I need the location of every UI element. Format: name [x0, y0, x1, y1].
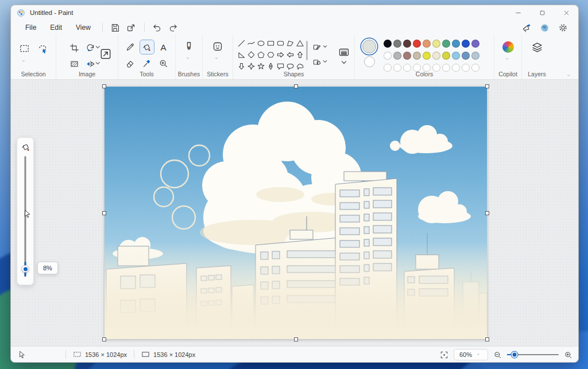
color-swatch[interactable]	[403, 52, 411, 60]
canvas-handle-bottom-middle[interactable]	[294, 337, 298, 341]
titlebar[interactable]: Untitled - Paint	[11, 5, 578, 20]
color-swatch[interactable]	[462, 40, 470, 48]
shape-right-triangle[interactable]	[237, 51, 246, 59]
shape-pentagon[interactable]	[257, 51, 265, 59]
undo-button[interactable]	[150, 21, 165, 34]
layers-button[interactable]	[531, 41, 543, 53]
shape-speech-rectangle[interactable]	[276, 62, 285, 71]
shape-speech-cloud[interactable]	[296, 62, 304, 71]
shape-fill-button[interactable]	[311, 57, 323, 67]
color-swatch[interactable]	[442, 52, 450, 60]
color-swatch[interactable]	[384, 40, 392, 48]
shape-line[interactable]	[237, 39, 246, 48]
shapes-scrollbar[interactable]	[306, 41, 308, 60]
color-swatch[interactable]	[413, 40, 421, 48]
menu-file[interactable]: File	[19, 22, 42, 33]
share-button[interactable]	[124, 21, 139, 34]
shape-outline-button[interactable]	[311, 42, 323, 52]
feedback-megaphone-icon[interactable]	[519, 21, 533, 34]
shape-arrow-up[interactable]	[296, 51, 304, 59]
zoom-level-dropdown[interactable]: 60%	[454, 349, 488, 360]
color-swatch[interactable]	[471, 52, 479, 60]
stickers-button[interactable]	[212, 41, 223, 52]
brushes-button[interactable]	[183, 41, 195, 52]
shape-arrow-left[interactable]	[286, 51, 295, 59]
fill-tool-button[interactable]	[140, 40, 154, 55]
redo-button[interactable]	[166, 21, 181, 34]
stickers-chevron-icon[interactable]	[215, 54, 220, 59]
account-avatar[interactable]	[537, 21, 552, 34]
brushes-chevron-icon[interactable]	[186, 54, 192, 59]
color-swatch[interactable]	[393, 52, 401, 60]
canvas-handle-top-right[interactable]	[485, 84, 489, 88]
fit-to-screen-button[interactable]	[440, 351, 448, 359]
tolerance-slider-thumb[interactable]	[22, 265, 29, 273]
color-swatch[interactable]	[384, 52, 392, 60]
shape-star-five[interactable]	[257, 62, 265, 71]
canvas-handle-middle-left[interactable]	[102, 211, 106, 215]
text-tool-button[interactable]: A	[156, 40, 171, 55]
canvas[interactable]	[105, 87, 487, 339]
canvas-handle-bottom-right[interactable]	[485, 337, 489, 341]
color-swatch[interactable]	[432, 40, 440, 48]
close-button[interactable]	[554, 5, 578, 20]
copilot-chevron-icon[interactable]	[505, 55, 511, 59]
settings-gear-icon[interactable]	[555, 21, 570, 34]
shape-polygon[interactable]	[286, 39, 295, 48]
color-swatch[interactable]	[432, 52, 440, 60]
color-swatch[interactable]	[452, 52, 460, 60]
shape-star-six[interactable]	[266, 62, 275, 71]
resize-image-button[interactable]	[99, 48, 112, 60]
stroke-size-button[interactable]	[338, 46, 350, 65]
crop-button[interactable]	[69, 40, 83, 55]
shape-outline-chevron-icon[interactable]	[323, 45, 328, 49]
secondary-color-well[interactable]	[364, 56, 375, 67]
zoom-slider-thumb[interactable]	[512, 352, 518, 358]
canvas-handle-middle-right[interactable]	[485, 211, 489, 215]
shape-rectangle[interactable]	[266, 39, 275, 48]
zoom-in-button[interactable]	[564, 351, 572, 359]
menu-edit[interactable]: Edit	[44, 22, 68, 33]
save-button[interactable]	[108, 21, 123, 34]
copilot-icon[interactable]	[502, 41, 514, 53]
rectangle-select-button[interactable]	[17, 41, 32, 56]
shape-speech-oval[interactable]	[286, 62, 295, 71]
color-swatch[interactable]	[423, 52, 431, 60]
freeform-select-button[interactable]	[35, 41, 50, 56]
shape-arrow-right[interactable]	[276, 51, 285, 59]
shape-arrow-down[interactable]	[237, 62, 246, 71]
color-swatch[interactable]	[413, 52, 421, 60]
color-swatch[interactable]	[462, 52, 470, 60]
color-swatch[interactable]	[423, 40, 431, 48]
selection-dropdown-chevron-icon[interactable]	[22, 57, 28, 61]
magnifier-tool-button[interactable]	[156, 56, 171, 71]
primary-color-well[interactable]	[362, 40, 376, 53]
shape-triangle[interactable]	[296, 39, 304, 48]
zoom-out-button[interactable]	[493, 351, 502, 359]
canvas-handle-top-middle[interactable]	[294, 84, 298, 88]
maximize-button[interactable]	[530, 5, 554, 20]
color-swatch[interactable]	[452, 40, 460, 48]
shape-curve[interactable]	[247, 39, 256, 48]
shape-diamond[interactable]	[247, 51, 256, 59]
menu-view[interactable]: View	[69, 22, 97, 33]
shape-star-four[interactable]	[247, 62, 256, 71]
canvas-handle-top-left[interactable]	[102, 84, 106, 88]
resize-skew-button[interactable]	[69, 56, 83, 71]
zoom-slider[interactable]	[507, 354, 559, 356]
shape-fill-chevron-icon[interactable]	[323, 60, 328, 64]
minimize-button[interactable]	[506, 5, 530, 20]
ribbon-collapse-chevron-icon[interactable]	[567, 71, 572, 76]
color-swatch[interactable]	[403, 40, 411, 48]
color-picker-tool-button[interactable]	[140, 56, 154, 71]
pencil-tool-button[interactable]	[123, 40, 138, 55]
shape-hexagon[interactable]	[266, 51, 275, 59]
color-swatch[interactable]	[393, 40, 401, 48]
color-swatch[interactable]	[442, 40, 450, 48]
eraser-tool-button[interactable]	[123, 56, 138, 71]
canvas-handle-bottom-left[interactable]	[102, 337, 106, 341]
flip-chevron-icon[interactable]	[95, 61, 101, 66]
shape-oval[interactable]	[257, 39, 265, 48]
color-swatch[interactable]	[471, 40, 479, 48]
shape-rounded-rectangle[interactable]	[276, 39, 285, 48]
